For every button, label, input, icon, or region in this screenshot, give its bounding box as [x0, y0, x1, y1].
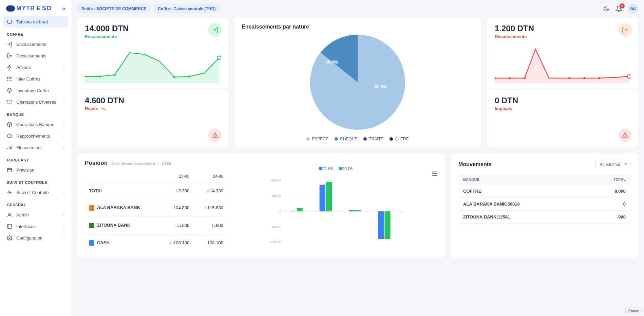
- nav-label: Actions: [16, 65, 31, 70]
- sidebar-item-actions[interactable]: Actions ›: [3, 62, 69, 73]
- svg-point-12: [114, 74, 116, 76]
- svg-text:-60000: -60000: [271, 225, 281, 229]
- kpi-rej-label: Rejets: [85, 106, 221, 111]
- sidebar-item-inter-coffres[interactable]: Inter Coffres: [3, 73, 69, 85]
- nav-group-head: BANQUE: [3, 108, 69, 119]
- logout-icon: [7, 53, 12, 58]
- pie-legend: ESPECE CHEQUE TRAITE AUTRE: [242, 137, 474, 141]
- layers-icon: [7, 88, 12, 93]
- table-row[interactable]: ZITOUNA BANK|12541 -900: [458, 211, 630, 224]
- table-row[interactable]: ALA BARAKA BANK|50014 0: [458, 198, 630, 211]
- enc-sparkline: [85, 42, 221, 83]
- panel-icon: [7, 224, 12, 229]
- target-icon: [7, 133, 12, 139]
- table-row[interactable]: ZITOUNA BANK↘5.6005.600: [85, 217, 227, 234]
- svg-point-23: [583, 77, 585, 79]
- position-card: Position Date dernier rapprochement : 20…: [77, 154, 445, 258]
- chevron-right-icon: ›: [63, 213, 64, 217]
- nav-label: Inter Coffres: [16, 76, 40, 82]
- nav-label: Décaissements: [16, 53, 46, 58]
- entity-pill[interactable]: Entite : SOCIETE DE COMMERCE: [77, 4, 150, 13]
- dec-sparkline: [495, 42, 630, 83]
- svg-text:38.0%: 38.0%: [325, 59, 338, 65]
- sidebar-item-suivi-et-controle[interactable]: Suivi et Controle ›: [3, 187, 69, 198]
- sidebar-item-admin[interactable]: Admin ›: [3, 209, 69, 221]
- pie-title: Encaissements par nature: [242, 24, 474, 30]
- nav-label: Encaissements: [16, 42, 46, 47]
- table-row[interactable]: CASH↗-108.100-108.100: [85, 234, 227, 251]
- sidebar-item-tableau-de-bord[interactable]: Tableau de bord: [3, 16, 69, 28]
- gear-icon: [7, 235, 12, 241]
- sidebar-item-financement[interactable]: Financement ›: [3, 142, 69, 153]
- mouvements-title: Mouvements: [458, 161, 492, 168]
- kpi-dec-value: 1.200 DTN: [495, 24, 630, 33]
- login-icon: [7, 41, 12, 47]
- pie-chart: 62.0% 38.0%: [307, 31, 409, 133]
- kpi-enc-label: Encaissements: [85, 34, 221, 39]
- nav-label: Interfaces: [16, 224, 36, 229]
- svg-point-14: [188, 75, 190, 77]
- sidebar-item-operations-diverses[interactable]: Operations Diverses ›: [3, 96, 69, 108]
- svg-point-13: [173, 76, 175, 78]
- mouvements-filter-dropdown[interactable]: Aujourd'hui: [595, 160, 630, 169]
- sidebar-item-prévision[interactable]: Prévision: [3, 164, 69, 176]
- user-icon: [7, 212, 12, 217]
- sidebar-item-encaissements[interactable]: Encaissements: [3, 38, 69, 50]
- sidebar-collapse-button[interactable]: »: [62, 5, 65, 12]
- coffre-pill[interactable]: Coffre : Caisse centrale (TND): [154, 4, 220, 13]
- position-table: 23-06 24-06 TOTAL↗2.330↗14.330 ALA BARAK…: [85, 171, 227, 251]
- pause-button[interactable]: Pause: [625, 308, 642, 314]
- table-row[interactable]: TOTAL↗2.330↗14.330: [85, 182, 227, 199]
- nav-label: Suivi et Controle: [16, 190, 49, 195]
- notification-badge: 2: [620, 3, 625, 8]
- svg-text:60000: 60000: [272, 194, 281, 197]
- bar-legend: 22-06 23-06: [234, 166, 437, 171]
- svg-point-15: [217, 56, 221, 59]
- position-subtitle: Date dernier rapprochement : 20-06: [112, 161, 171, 165]
- svg-text:-120000: -120000: [269, 240, 281, 244]
- sidebar-item-operations-banque[interactable]: Operations Banque ›: [3, 119, 69, 130]
- svg-point-24: [598, 77, 600, 79]
- svg-point-2: [7, 78, 7, 79]
- svg-point-16: [215, 136, 215, 137]
- svg-point-1: [7, 77, 7, 77]
- svg-point-3: [7, 80, 7, 80]
- nav-label: Prévision: [16, 168, 34, 173]
- chevron-right-icon: ›: [63, 66, 64, 69]
- nav-label: Operations Diverses: [16, 100, 56, 105]
- dashboard-icon: [7, 19, 12, 24]
- chevron-right-icon: ›: [63, 236, 64, 240]
- sidebar-item-inventaire-coffre[interactable]: Inventaire Coffre: [3, 85, 69, 96]
- table-row[interactable]: ALA BARAKA BANK104.830↗116.830: [85, 199, 227, 217]
- app-logo: MYTRESO: [6, 5, 52, 12]
- chevron-right-icon: ›: [63, 146, 64, 150]
- table-row[interactable]: COFFRE 8.000: [458, 185, 630, 198]
- kpi-rej-value: 4.600 DTN: [85, 96, 221, 105]
- dark-mode-icon[interactable]: [603, 6, 609, 12]
- kpi-enc-value: 14.000 DTN: [85, 24, 221, 33]
- kpi-encaissements-card: 14.000 DTN Encaissements 4.600 DTN Re: [77, 18, 228, 147]
- nav-label: Admin: [16, 212, 29, 217]
- sidebar-item-décaissements[interactable]: Décaissements: [3, 50, 69, 62]
- sidebar-item-configuration[interactable]: Configuration ›: [3, 232, 69, 244]
- chevron-right-icon: ›: [63, 100, 64, 104]
- cube-icon: [7, 122, 12, 127]
- svg-point-25: [627, 75, 630, 78]
- position-title: Position: [85, 160, 108, 166]
- mouvements-card: Mouvements Aujourd'hui BANQUE TOTAL COFF…: [451, 154, 638, 258]
- svg-rect-35: [320, 185, 325, 212]
- svg-rect-6: [7, 168, 12, 172]
- sidebar: MYTRESO » Tableau de bord COFFRE Encaiss…: [0, 0, 71, 316]
- login-icon: [208, 23, 222, 37]
- pulse-icon: [7, 190, 12, 195]
- sidebar-item-rapprochements[interactable]: Rapprochements ›: [3, 130, 69, 142]
- kpi-dec-label: Décaissements: [495, 34, 630, 39]
- nav-group-head: GENERAL: [3, 198, 69, 209]
- list-icon: [7, 76, 12, 82]
- user-avatar[interactable]: BG: [628, 4, 638, 14]
- notification-bell[interactable]: 2: [615, 5, 622, 12]
- sidebar-item-interfaces[interactable]: Interfaces ›: [3, 221, 69, 232]
- nav-label: Operations Banque: [16, 122, 54, 127]
- chevron-right-icon: ›: [63, 123, 64, 126]
- calendar-icon: [7, 167, 12, 173]
